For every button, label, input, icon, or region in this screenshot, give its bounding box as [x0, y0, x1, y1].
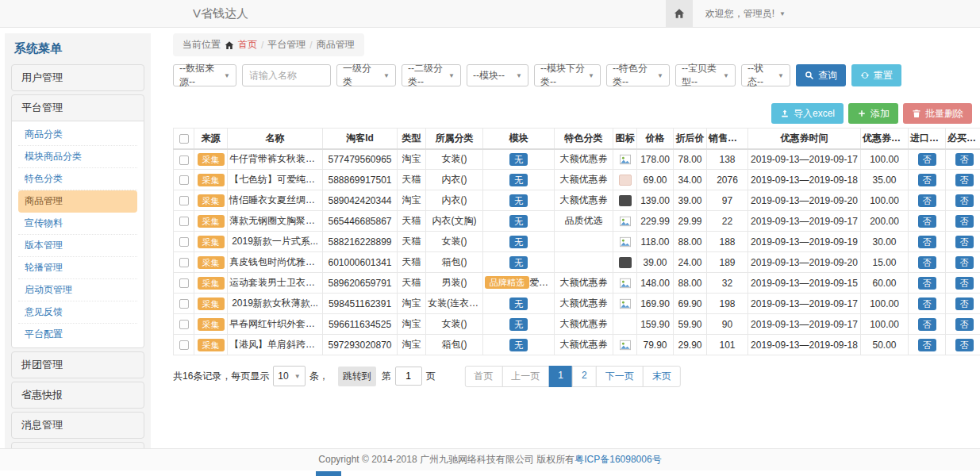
must-buy-toggle[interactable]: 否 — [955, 215, 974, 228]
sidebar-item-1-2[interactable]: 特色分类 — [18, 168, 137, 190]
row-checkbox[interactable] — [179, 320, 189, 329]
sidebar-item-1-3[interactable]: 商品管理 — [18, 190, 137, 213]
sidebar-item-1-0[interactable]: 商品分类 — [18, 124, 137, 146]
sidebar-group-2[interactable]: 拼团管理 — [12, 352, 144, 378]
import-optional-cell: 否 — [909, 335, 946, 355]
module-badge: 无 — [509, 236, 528, 248]
per-page-select[interactable]: 10 ▼ — [273, 366, 305, 386]
column-header-13: 进口优选 — [909, 129, 946, 149]
must-buy-cell: 否 — [946, 149, 980, 170]
sidebar-item-1-4[interactable]: 宣传物料 — [18, 213, 137, 235]
level1-category-select-value: 一级分类 — [343, 62, 380, 89]
category-cell: 女装() — [426, 314, 483, 335]
row-checkbox[interactable] — [179, 196, 189, 205]
coupon-amount-cell: 100.00 — [861, 294, 909, 314]
refresh-icon — [860, 71, 870, 80]
import-optional-toggle[interactable]: 否 — [918, 298, 936, 310]
reset-button[interactable]: 重置 — [851, 64, 901, 86]
must-buy-toggle[interactable]: 否 — [955, 174, 974, 186]
taoke-id-cell: 577479560965 — [323, 149, 398, 170]
import-optional-toggle[interactable]: 否 — [918, 318, 936, 331]
pager-button-4[interactable]: 下一页 — [596, 366, 644, 387]
must-buy-toggle[interactable]: 否 — [955, 277, 974, 290]
import-optional-toggle[interactable]: 否 — [918, 153, 936, 166]
caret-down-icon: ▼ — [224, 72, 230, 79]
name-input[interactable] — [242, 64, 331, 86]
select-all-header — [174, 129, 194, 149]
import-optional-toggle[interactable]: 否 — [918, 215, 936, 228]
sidebar-group-1[interactable]: 平台管理 — [12, 95, 144, 121]
row-checkbox[interactable] — [179, 258, 189, 267]
jump-page-input[interactable] — [395, 367, 422, 386]
sidebar-group-0[interactable]: 用户管理 — [12, 65, 144, 90]
home-button[interactable] — [666, 0, 693, 27]
import-optional-toggle[interactable]: 否 — [918, 256, 936, 269]
import-excel-label: 导入excel — [794, 107, 835, 121]
select-all-checkbox[interactable] — [179, 134, 189, 144]
row-select-cell — [174, 252, 194, 273]
sidebar-item-1-7[interactable]: 启动页管理 — [18, 279, 137, 301]
batch-delete-button[interactable]: 批量删除 — [903, 103, 972, 124]
sales-count-cell: 97 — [707, 190, 748, 211]
import-optional-toggle[interactable]: 否 — [918, 174, 936, 186]
pager-button-1[interactable]: 上一页 — [502, 366, 549, 387]
row-checkbox[interactable] — [179, 217, 189, 226]
sidebar-item-1-6[interactable]: 轮播管理 — [18, 257, 137, 279]
icp-link[interactable]: 粤ICP备16098006号 — [575, 453, 661, 466]
import-optional-toggle[interactable]: 否 — [918, 339, 936, 351]
sidebar-item-1-9[interactable]: 平台配置 — [18, 324, 137, 345]
search-button[interactable]: 查询 — [796, 64, 846, 86]
product-image-icon — [619, 216, 632, 227]
product-thumbnail — [619, 257, 632, 268]
row-checkbox[interactable] — [179, 237, 189, 247]
level1-category-select[interactable]: 一级分类▼ — [336, 64, 396, 86]
must-buy-toggle[interactable]: 否 — [955, 298, 974, 310]
jump-button[interactable]: 跳转到 — [338, 367, 376, 386]
user-menu[interactable]: 欢迎您，管理员! ▼ — [693, 0, 786, 27]
sidebar-title: 系统菜单 — [11, 40, 144, 64]
pager-button-3[interactable]: 2 — [572, 366, 597, 387]
module-sub-category-select[interactable]: --模块下分类--▼ — [534, 64, 601, 86]
batch-delete-label: 批量删除 — [925, 107, 963, 121]
must-buy-toggle[interactable]: 否 — [955, 236, 974, 248]
level2-category-select[interactable]: --二级分类--▼ — [402, 64, 461, 86]
item-type-select[interactable]: --宝贝类型--▼ — [675, 64, 736, 86]
add-button[interactable]: 添加 — [848, 103, 898, 124]
caret-down-icon: ▼ — [383, 72, 390, 79]
source-badge: 采集 — [198, 256, 225, 269]
pager-button-0[interactable]: 首页 — [464, 366, 502, 387]
sidebar-item-1-5[interactable]: 版本管理 — [18, 235, 137, 257]
must-buy-cell: 否 — [946, 170, 980, 190]
sidebar-group-4[interactable]: 消息管理 — [12, 413, 144, 438]
import-optional-cell: 否 — [909, 273, 946, 294]
pager-button-2[interactable]: 1 — [548, 366, 573, 387]
taoke-id-cell: 588869917501 — [323, 170, 398, 190]
must-buy-toggle[interactable]: 否 — [955, 318, 974, 331]
import-optional-toggle[interactable]: 否 — [918, 277, 936, 290]
row-checkbox[interactable] — [179, 155, 189, 165]
import-excel-button[interactable]: 导入excel — [771, 103, 844, 124]
import-optional-toggle[interactable]: 否 — [918, 236, 936, 248]
row-checkbox[interactable] — [179, 340, 189, 350]
pager-button-5[interactable]: 末页 — [643, 366, 681, 387]
status-select[interactable]: --状态--▼ — [741, 64, 790, 86]
table-row: 采集薄款无钢圈文胸聚拢性...565446685867天猫内衣(文胸)无品质优选… — [174, 211, 980, 232]
must-buy-toggle[interactable]: 否 — [955, 339, 974, 351]
sidebar-item-1-1[interactable]: 模块商品分类 — [18, 146, 137, 168]
import-optional-toggle[interactable]: 否 — [918, 194, 936, 207]
must-buy-toggle[interactable]: 否 — [955, 256, 974, 269]
breadcrumb-home-link[interactable]: 首页 — [238, 38, 257, 52]
sidebar-group-3[interactable]: 省惠快报 — [12, 382, 144, 408]
column-header-2: 淘客Id — [323, 129, 398, 149]
data-source-select[interactable]: --数据来源--▼ — [173, 64, 236, 86]
must-buy-toggle[interactable]: 否 — [955, 153, 974, 166]
row-checkbox[interactable] — [179, 278, 189, 288]
row-checkbox[interactable] — [179, 299, 189, 309]
sidebar-group-5[interactable]: 订单管理 — [12, 443, 144, 448]
sidebar-item-1-8[interactable]: 意见反馈 — [18, 301, 137, 324]
module-select[interactable]: --模块--▼ — [467, 64, 528, 86]
sales-count-cell: 22 — [707, 211, 748, 232]
must-buy-toggle[interactable]: 否 — [955, 194, 974, 207]
row-checkbox[interactable] — [179, 175, 189, 185]
feature-category-select[interactable]: --特色分类--▼ — [606, 64, 670, 86]
